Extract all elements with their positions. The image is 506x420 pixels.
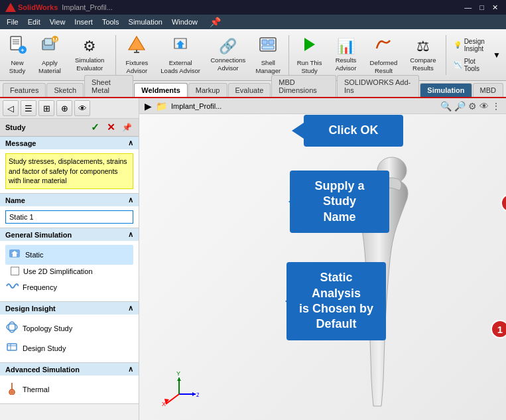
tab-features[interactable]: Features — [3, 83, 46, 97]
close-button[interactable]: ✕ — [489, 3, 501, 12]
svg-rect-15 — [269, 40, 274, 44]
mini-btn-eye[interactable]: 👁 — [74, 100, 90, 116]
use2d-checkbox[interactable] — [11, 267, 19, 275]
connections-advisor-button[interactable]: 🔗 Connections Advisor — [206, 32, 250, 78]
study-name-input[interactable] — [5, 210, 133, 224]
thermal-icon — [5, 382, 19, 397]
title-bar: SolidWorks Implant_Profil... — □ ✕ — [0, 0, 506, 15]
advanced-sim-header[interactable]: Advanced Simulation ∧ — [0, 363, 139, 376]
view-icon[interactable]: 👁 — [479, 101, 489, 111]
thermal-label: Thermal — [23, 385, 49, 393]
tab-addins[interactable]: SOLIDWORKS Add-Ins — [337, 75, 419, 97]
breadcrumb-folder-icon: 📁 — [156, 101, 167, 111]
search-icon[interactable]: 🔍 — [440, 101, 452, 111]
menu-file[interactable]: File — [3, 17, 23, 27]
design-study-icon — [5, 340, 19, 356]
mini-btn-grid[interactable]: ⊞ — [38, 100, 54, 116]
message-text: Study stresses, displacements, strains a… — [5, 153, 133, 189]
tab-simulation[interactable]: Simulation — [420, 83, 472, 97]
app-logo: SolidWorks — [5, 3, 58, 12]
general-simulation-section: General Simulation ∧ Static Use 2D Simpl… — [0, 228, 139, 302]
menu-tools[interactable]: Tools — [98, 17, 123, 27]
svg-line-35 — [166, 394, 179, 404]
run-study-button[interactable]: Run This Study — [292, 32, 327, 78]
cancel-button[interactable]: ✕ — [104, 121, 117, 134]
settings-icon[interactable]: ⚙ — [468, 101, 477, 111]
general-sim-collapse-icon: ∧ — [128, 230, 133, 239]
design-insight-label: Design Insight — [464, 38, 485, 52]
shell-manager-button[interactable]: Shell Manager — [251, 32, 285, 78]
svg-rect-16 — [262, 46, 274, 49]
compare-icon: ⚖ — [416, 38, 430, 55]
external-loads-button[interactable]: External Loads Advisor — [157, 32, 205, 78]
frequency-option[interactable]: Frequency — [5, 277, 133, 297]
tab-mbd[interactable]: MBD — [473, 83, 503, 97]
plot-tools-button[interactable]: 📉 Plot Tools — [450, 56, 489, 74]
axis-indicator: Z Y X — [159, 368, 199, 410]
advanced-sim-content: Thermal — [0, 376, 139, 403]
general-sim-header[interactable]: General Simulation ∧ — [0, 228, 139, 241]
pin-icon[interactable]: 📌 — [206, 15, 225, 29]
confirm-button[interactable]: ✓ — [88, 121, 101, 134]
tab-evaluate[interactable]: Evaluate — [228, 83, 271, 97]
fixtures-advisor-button[interactable]: Fixtures Advisor — [119, 32, 155, 78]
breadcrumb-arrow: ▶ — [145, 101, 152, 111]
maximize-button[interactable]: □ — [477, 3, 487, 11]
toolbar-expand-button[interactable]: ▼ — [490, 48, 503, 62]
breadcrumb-bar: ▶ 📁 Implant_Profil... 🔍 🔎 ⚙ 👁 ⋮ — [139, 98, 506, 114]
mini-btn-crosshair[interactable]: ⊕ — [56, 100, 72, 116]
topology-study-option[interactable]: Topology Study — [5, 318, 133, 338]
menu-simulation[interactable]: Simulation — [125, 17, 166, 27]
callout-1-box: Static Analysisis Chosen byDefault — [286, 262, 386, 340]
simulation-evaluator-icon: ⚙ — [83, 38, 96, 55]
compare-results-button[interactable]: ⚖ Compare Results — [404, 32, 442, 78]
menu-window[interactable]: Window — [168, 17, 202, 27]
menu-insert[interactable]: Insert — [70, 17, 97, 27]
deformed-result-button[interactable]: Deformed Result — [365, 32, 403, 78]
tab-sketch[interactable]: Sketch — [46, 83, 84, 97]
tab-mbd-dimensions[interactable]: MBD Dimensions — [271, 75, 336, 97]
apply-material-label: Apply Material — [37, 59, 62, 74]
results-advisor-button[interactable]: 📊 Results Advisor — [328, 32, 363, 78]
menu-view[interactable]: View — [46, 17, 70, 27]
thermal-option[interactable]: Thermal — [5, 380, 133, 399]
message-section-header[interactable]: Message ∧ — [0, 137, 139, 149]
new-study-button[interactable]: + New Study — [3, 32, 32, 78]
svg-rect-7 — [44, 38, 52, 45]
minimize-button[interactable]: — — [462, 3, 474, 11]
use2d-option[interactable]: Use 2D Simplification — [5, 265, 133, 277]
callout-3-text: Click OK — [328, 123, 378, 137]
filter-icon[interactable]: 🔎 — [454, 101, 466, 111]
callout-1-number: 1 — [491, 320, 506, 338]
plot-tools-label: Plot Tools — [464, 58, 485, 72]
run-study-icon — [300, 35, 319, 58]
menu-edit[interactable]: Edit — [24, 17, 44, 27]
tab-sheet-metal[interactable]: Sheet Metal — [84, 75, 133, 97]
name-collapse-icon: ∧ — [128, 196, 133, 204]
compare-label: Compare Results — [408, 56, 438, 72]
simulation-evaluator-button[interactable]: ⚙ Simulation Evaluator — [68, 32, 112, 78]
static-option[interactable]: Static — [5, 245, 133, 265]
static-icon — [8, 247, 21, 263]
left-panel: ◁ ☰ ⊞ ⊕ 👁 Study ✓ ✕ 📌 Message ∧ Study st… — [0, 98, 139, 420]
mini-btn-arrow[interactable]: ◁ — [3, 100, 19, 116]
mini-btn-list[interactable]: ☰ — [21, 100, 36, 116]
design-insight-collapse-icon: ∧ — [128, 304, 133, 313]
window-controls[interactable]: — □ ✕ — [462, 3, 501, 12]
design-insight-button[interactable]: 💡 Design Insight — [450, 36, 489, 54]
design-insight-header[interactable]: Design Insight ∧ — [0, 302, 139, 315]
study-header: Study ✓ ✕ 📌 — [0, 119, 139, 137]
design-study-option[interactable]: Design Study — [5, 338, 133, 358]
tab-markup[interactable]: Markup — [188, 83, 227, 97]
advanced-simulation-section: Advanced Simulation ∧ Thermal — [0, 363, 139, 404]
apply-material-button[interactable]: M Apply Material — [33, 32, 66, 78]
results-icon: 📊 — [337, 38, 355, 55]
more-icon[interactable]: ⋮ — [491, 101, 501, 111]
pin-button[interactable]: 📌 — [120, 121, 133, 134]
topology-study-label: Topology Study — [23, 324, 72, 332]
mini-toolbar: ◁ ☰ ⊞ ⊕ 👁 — [0, 98, 139, 119]
tab-bar: Features Sketch Sheet Metal Weldments Ma… — [0, 81, 506, 98]
deformed-icon — [374, 35, 393, 58]
tab-weldments[interactable]: Weldments — [134, 83, 187, 97]
name-section-header[interactable]: Name ∧ — [0, 194, 139, 206]
